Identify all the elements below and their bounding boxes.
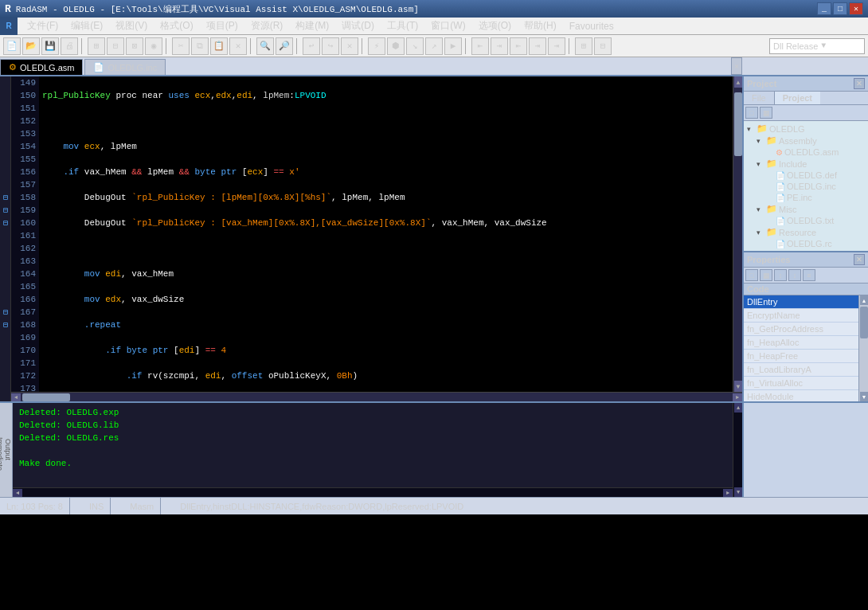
toolbar-btn8[interactable]: ◉ [145, 37, 162, 55]
props-btn-3[interactable]: ↕ [774, 269, 787, 281]
output-vscrollbar[interactable]: ▲ ▼ [733, 403, 742, 497]
close-button[interactable]: ✕ [849, 2, 863, 15]
scroll-left-arrow[interactable]: ◄ [11, 393, 21, 401]
toolbar-indent1[interactable]: ⇤ [471, 37, 489, 55]
toolbar-indent4[interactable]: ⇥ [529, 37, 546, 55]
toolbar-find[interactable]: 🔍 [256, 37, 274, 55]
maximize-button[interactable]: □ [833, 2, 847, 15]
menu-view[interactable]: 视图(V) [109, 18, 154, 34]
tab-oledlg-inc[interactable]: 📄 OLEDLG.inc [84, 59, 166, 75]
scroll-right-arrow[interactable]: ► [733, 393, 742, 401]
project-close-button[interactable]: ✕ [854, 78, 865, 89]
tree-item-oledlg-rc[interactable]: 📄 OLEDLG.rc [745, 238, 866, 249]
props-item-loadlibrarya[interactable]: fn_LoadLibraryA [744, 363, 858, 377]
toolbar-paste[interactable]: 📋 [210, 37, 228, 55]
vscroll-thumb[interactable] [734, 92, 742, 156]
props-vscrollbar[interactable]: ▲ ▼ [858, 295, 868, 401]
tree-item-pe-inc[interactable]: 📄 PE.inc [745, 192, 866, 203]
menu-help[interactable]: 帮助(H) [518, 18, 563, 34]
side-label-immediate[interactable]: Immediate [0, 437, 4, 471]
toolbar-dbg2[interactable]: ⬢ [387, 37, 405, 55]
expand-168[interactable]: ⊟ [0, 319, 11, 331]
scroll-down-arrow[interactable]: ▼ [734, 381, 742, 392]
tree-item-include[interactable]: ▾ 📁 Include [745, 158, 866, 170]
toolbar-btn5[interactable]: ⊞ [88, 37, 105, 55]
toolbar-indent2[interactable]: ⇥ [491, 37, 508, 55]
toolbar-new[interactable]: 📄 [3, 37, 21, 55]
props-item-getprocaddress[interactable]: fn_GetProcAddress [744, 323, 858, 336]
toolbar-indent3[interactable]: ⇤ [510, 37, 527, 55]
proj-btn-1[interactable]: □ [745, 107, 758, 119]
tree-item-oledlg-asm[interactable]: ⚙ OLEDLG.asm [745, 147, 866, 158]
toolbar-btn6[interactable]: ⊟ [107, 37, 124, 55]
menu-edit[interactable]: 编辑(E) [65, 18, 109, 34]
tree-item-resource[interactable]: ▾ 📁 Resource [745, 226, 866, 238]
tree-item-assembly[interactable]: ▾ 📁 Assembly [745, 135, 866, 147]
props-item-dllentry[interactable]: DllEntry [744, 295, 858, 309]
minimize-button[interactable]: _ [817, 2, 831, 15]
tab-close-button[interactable]: ✕ [731, 57, 742, 75]
tree-item-root[interactable]: ▾ 📁 OLEDLG [745, 123, 866, 135]
toolbar-btn7[interactable]: ⊠ [126, 37, 143, 55]
toolbar-print[interactable]: 🖨 [61, 37, 78, 55]
toolbar-copy[interactable]: ⧉ [191, 37, 209, 55]
expand-158[interactable]: ⊟ [0, 191, 11, 204]
titlebar-controls[interactable]: _ □ ✕ [817, 2, 863, 15]
props-item-heapalloc[interactable]: fn_HeapAlloc [744, 336, 858, 350]
code-content[interactable]: rpl_PublicKey proc near uses ecx,edx,edi… [39, 76, 733, 392]
toolbar-delete[interactable]: ✕ [229, 37, 247, 55]
props-item-heapfree[interactable]: fn_HeapFree [744, 350, 858, 363]
props-btn-2[interactable]: ▦ [760, 269, 772, 281]
menu-file[interactable]: 文件(F) [21, 18, 65, 34]
proj-btn-2[interactable]: ▦ [760, 107, 772, 119]
output-scroll-right[interactable]: ► [723, 489, 733, 497]
project-tab-file[interactable]: File [744, 92, 775, 104]
menu-format[interactable]: 格式(O) [154, 18, 199, 34]
menu-resource[interactable]: 资源(R) [244, 18, 290, 34]
code-editor[interactable]: 149150151152153 154155156157158 15916016… [11, 76, 742, 401]
menu-project[interactable]: 项目(P) [200, 18, 244, 34]
props-btn-5[interactable]: ≡ [803, 269, 815, 281]
tree-item-oledlg-txt[interactable]: 📄 OLEDLG.txt [745, 215, 866, 226]
toolbar-redo[interactable]: ↪ [322, 37, 339, 55]
tab-oledlg-asm[interactable]: ⚙ OLEDLG.asm [0, 59, 83, 75]
props-btn-1[interactable]: □ [745, 269, 758, 281]
menu-build[interactable]: 构建(M) [289, 18, 335, 34]
expand-167[interactable]: ⊟ [0, 306, 11, 319]
props-item-virtualalloc[interactable]: fn_VirtualAlloc [744, 377, 858, 390]
expand-160[interactable]: ⊟ [0, 217, 11, 229]
toolbar-dbg4[interactable]: ↗ [425, 37, 443, 55]
toolbar-dbg5[interactable]: ▶ [444, 37, 462, 55]
toolbar-save[interactable]: 💾 [41, 37, 59, 55]
toolbar-find2[interactable]: 🔎 [276, 37, 293, 55]
tree-item-oledlg-inc[interactable]: 📄 OLEDLG.inc [745, 181, 866, 192]
toolbar-dbg1[interactable]: ⚡ [368, 37, 385, 55]
props-btn-4[interactable]: ↕ [788, 269, 801, 281]
toolbar-open[interactable]: 📂 [22, 37, 40, 55]
scroll-up-arrow[interactable]: ▲ [734, 76, 742, 88]
project-tab-project[interactable]: Project [775, 92, 820, 104]
menu-window[interactable]: 窗口(W) [424, 18, 471, 34]
output-vscroll-up[interactable]: ▲ [734, 403, 742, 413]
menu-tools[interactable]: 工具(T) [381, 18, 424, 34]
expand-159[interactable]: ⊟ [0, 204, 11, 217]
build-config-arrow[interactable]: ▼ [821, 41, 826, 50]
props-scroll-down[interactable]: ▼ [860, 392, 868, 401]
props-item-hidemodule[interactable]: HideModule [744, 390, 858, 401]
tree-item-misc[interactable]: ▾ 📁 Misc [745, 203, 866, 215]
code-vscrollbar[interactable]: ▲ ▼ [733, 76, 742, 392]
toolbar-w2[interactable]: ⊟ [594, 37, 612, 55]
tree-item-oledlg-def[interactable]: 📄 OLEDLG.def [745, 170, 866, 181]
toolbar-del2[interactable]: ✕ [341, 37, 358, 55]
toolbar-indent5[interactable]: ⇥ [548, 37, 565, 55]
props-scroll-up[interactable]: ▲ [860, 295, 868, 305]
hscroll-thumb[interactable] [22, 393, 70, 401]
toolbar-w1[interactable]: ⊞ [575, 37, 592, 55]
toolbar-undo[interactable]: ↩ [303, 37, 320, 55]
side-label-output[interactable]: Output [4, 439, 12, 460]
code-hscrollbar[interactable]: ◄ ► [11, 392, 742, 401]
menu-favourites[interactable]: Favourites [563, 18, 620, 34]
output-vscroll-down[interactable]: ▼ [734, 487, 742, 497]
toolbar-dbg3[interactable]: ↘ [406, 37, 424, 55]
menu-debug[interactable]: 调试(D) [335, 18, 381, 34]
